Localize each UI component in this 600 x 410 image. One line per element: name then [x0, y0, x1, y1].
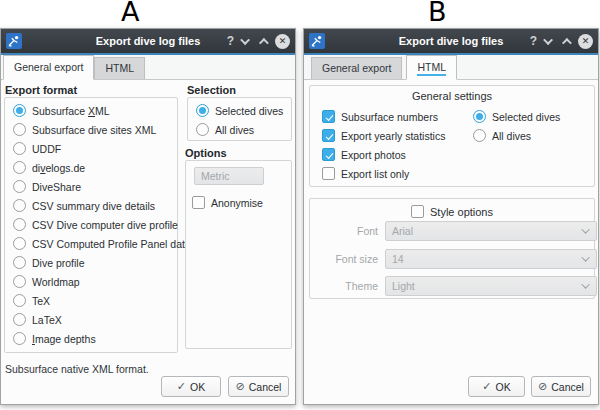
anonymise-option[interactable]: Anonymise [186, 193, 263, 212]
format-option-label: Worldmap [32, 276, 80, 288]
prohibit-icon: ⊘ [538, 380, 547, 393]
cancel-button-label: Cancel [249, 381, 282, 393]
radio-icon [196, 123, 209, 136]
tab-general-export[interactable]: General export [311, 57, 402, 79]
tab-html[interactable]: HTML [406, 55, 457, 80]
radio-icon [473, 129, 486, 142]
theme-label: Theme [318, 280, 378, 292]
selection-option[interactable]: All dives [465, 126, 560, 145]
cancel-button[interactable]: ⊘ Cancel [531, 376, 591, 397]
close-icon[interactable]: ✕ [578, 34, 593, 49]
title-bar: Export dive log files ? ✕ [304, 29, 598, 53]
format-option[interactable]: Image depths [5, 329, 177, 348]
subsurface-logo-icon [309, 33, 325, 49]
radio-icon [473, 110, 486, 123]
format-option[interactable]: divelogs.de [5, 158, 177, 177]
chevron-down-icon [581, 253, 589, 261]
format-option-label: CSV Computed Profile Panel data [32, 238, 191, 250]
format-description: Subsurface native XML format. [5, 363, 149, 375]
html-checkbox-option[interactable]: Export yearly statistics [314, 126, 445, 145]
selection-option[interactable]: Selected dives [465, 107, 560, 126]
radio-icon [13, 332, 26, 345]
chevron-down-icon [581, 280, 589, 288]
radio-icon [13, 313, 26, 326]
minimize-icon[interactable] [543, 35, 553, 45]
radio-icon [13, 218, 26, 231]
selection-title: Selection [187, 84, 236, 96]
checkbox-label: Export list only [341, 168, 409, 180]
selection-group: Selected dives All dives [187, 97, 292, 141]
checkbox-icon [322, 110, 335, 123]
format-option[interactable]: Worldmap [5, 272, 177, 291]
tab-bar: General export HTML [1, 55, 295, 80]
format-option[interactable]: CSV summary dive details [5, 196, 177, 215]
format-option-label: CSV summary dive details [32, 200, 155, 212]
radio-icon [13, 180, 26, 193]
format-option[interactable]: Subsurface dive sites XML [5, 120, 177, 139]
selection-option-label: All dives [215, 124, 254, 136]
figure-label-b: B [428, 0, 447, 27]
checkbox-icon [322, 129, 335, 142]
tab-html[interactable]: HTML [94, 57, 145, 79]
check-icon: ✓ [482, 380, 491, 393]
format-option-label: UDDF [32, 143, 61, 155]
checkbox-label: Export yearly statistics [341, 130, 445, 142]
theme-select: Light [385, 276, 597, 296]
checkbox-icon [411, 205, 424, 218]
minimize-icon[interactable] [240, 35, 250, 45]
html-checkbox-option[interactable]: Subsurface numbers [314, 107, 445, 126]
format-option[interactable]: DiveShare [5, 177, 177, 196]
radio-icon [13, 123, 26, 136]
selection-option[interactable]: Selected dives [188, 101, 291, 120]
style-options-toggle[interactable]: Style options [310, 202, 594, 221]
dialog-b-export-window: Export dive log files ? ✕ General export… [303, 28, 599, 405]
format-option[interactable]: TeX [5, 291, 177, 310]
font-select: Arial [385, 221, 597, 241]
cancel-button[interactable]: ⊘ Cancel [228, 376, 289, 397]
export-format-title: Export format [5, 84, 77, 96]
format-option[interactable]: CSV Computed Profile Panel data [5, 234, 177, 253]
html-checkbox-option[interactable]: Export list only [314, 164, 445, 183]
checkbox-icon [322, 167, 335, 180]
format-option[interactable]: LaTeX [5, 310, 177, 329]
format-option-label: LaTeX [32, 314, 62, 326]
help-button[interactable]: ? [227, 35, 234, 47]
units-value: Metric [201, 170, 230, 182]
tab-html-label: HTML [417, 61, 446, 76]
format-option-label: Image depths [32, 333, 96, 345]
radio-icon [13, 142, 26, 155]
radio-icon [13, 237, 26, 250]
ok-button-label: OK [496, 381, 511, 393]
format-option[interactable]: CSV Dive computer dive profile [5, 215, 177, 234]
radio-icon [13, 161, 26, 174]
general-settings-group: General settings Subsurface numbers Expo… [309, 85, 595, 187]
ok-button[interactable]: ✓ OK [468, 376, 525, 397]
figure-label-a: A [121, 0, 139, 27]
help-button[interactable]: ? [530, 35, 537, 47]
radio-icon [196, 104, 209, 117]
export-format-group: Subsurface XML Subsurface dive sites XML… [4, 97, 178, 353]
maximize-icon[interactable] [259, 37, 269, 47]
format-option-label: Dive profile [32, 257, 85, 269]
options-title: Options [185, 147, 227, 159]
selection-option[interactable]: All dives [188, 120, 291, 139]
ok-button[interactable]: ✓ OK [161, 376, 221, 397]
prohibit-icon: ⊘ [236, 380, 245, 393]
ok-button-label: OK [190, 381, 205, 393]
selection-option-label: Selected dives [215, 105, 283, 117]
subsurface-logo-icon [6, 33, 22, 49]
html-checkbox-option[interactable]: Export photos [314, 145, 445, 164]
cancel-button-label: Cancel [551, 381, 584, 393]
format-option[interactable]: Subsurface XML [5, 101, 177, 120]
radio-icon [13, 256, 26, 269]
format-option[interactable]: UDDF [5, 139, 177, 158]
title-bar: Export dive log files ? ✕ [1, 29, 295, 53]
format-option[interactable]: Dive profile [5, 253, 177, 272]
tab-general-export[interactable]: General export [3, 55, 94, 80]
maximize-icon[interactable] [562, 37, 572, 47]
style-options-label: Style options [430, 206, 493, 218]
font-size-select: 14 [385, 249, 597, 269]
close-icon[interactable]: ✕ [275, 34, 290, 49]
anonymise-label: Anonymise [211, 197, 263, 209]
font-label: Font [318, 225, 378, 237]
